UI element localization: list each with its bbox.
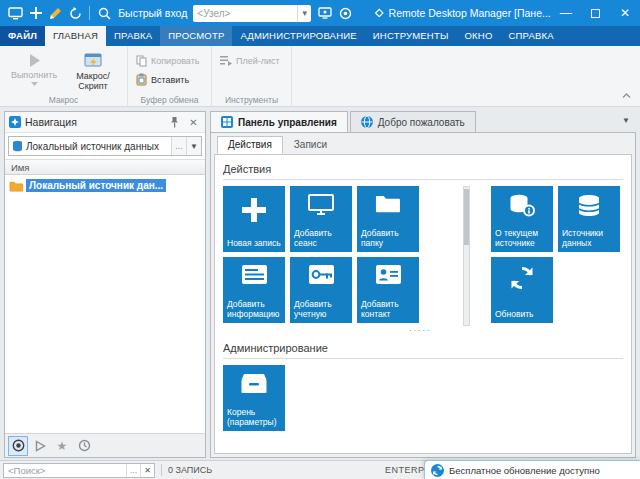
edit-pencil-icon[interactable]: [46, 3, 66, 23]
tile-data-sources[interactable]: Источники данных: [558, 186, 620, 252]
subtab-entries[interactable]: Записи: [283, 136, 338, 154]
tab-list-dropdown-icon[interactable]: ▼: [622, 116, 630, 125]
copy-button[interactable]: Копировать: [132, 52, 203, 69]
ribbon-collapse-icon[interactable]: [618, 88, 634, 102]
ribbon-group-tools: Плей-лист Инструменты: [212, 46, 292, 106]
quick-connect-label: Быстрый вход: [118, 7, 187, 19]
group-label-tools: Инструменты: [212, 95, 291, 105]
contact-card-icon: [357, 265, 419, 284]
dashboard-content: Действия Новая запись Добавить сеанс Доб…: [214, 154, 632, 454]
tree-item-local-datasource[interactable]: Локальный источник дан...: [5, 177, 205, 194]
open-session-icon[interactable]: [315, 3, 335, 23]
filter-input[interactable]: [4, 465, 126, 476]
connection-status-icon[interactable]: [335, 3, 355, 23]
ribbon-tab-bar: ФАЙЛ ГЛАВНАЯ ПРАВКА ПРОСМОТР АДМИНИСТРИР…: [0, 26, 640, 46]
database-stack-icon: [558, 194, 620, 217]
tab-welcome[interactable]: Добро пожаловать: [350, 111, 476, 132]
filter-options-button[interactable]: …: [126, 464, 140, 477]
tab-tools[interactable]: ИНСТРУМЕНТЫ: [365, 26, 457, 46]
titlebar: Быстрый вход ▼ Remote Desktop Manager [П…: [0, 0, 640, 26]
navigation-tree: Локальный источник дан...: [5, 175, 205, 433]
pin-icon[interactable]: [167, 115, 182, 130]
tree-column-header[interactable]: Имя: [5, 159, 205, 175]
tab-file[interactable]: ФАЙЛ: [0, 26, 45, 46]
tile-add-session[interactable]: Добавить сеанс: [290, 186, 352, 252]
run-icon: [27, 53, 42, 68]
update-icon: [431, 464, 444, 477]
add-entry-icon[interactable]: [26, 3, 46, 23]
paste-button[interactable]: Вставить: [132, 71, 193, 88]
favorites-star-icon[interactable]: ★: [52, 436, 72, 456]
search-icon[interactable]: [94, 3, 114, 23]
navigation-icon: [9, 116, 21, 128]
status-bar: … ✕ 0 ЗАПИСЬ ENTERPRISE Бесплатное обнов…: [0, 460, 640, 479]
tiles-scrollbar[interactable]: [463, 186, 470, 326]
tab-administration[interactable]: АДМИНИСТРИРОВАНИЕ: [232, 26, 364, 46]
rdm-logo-icon: [375, 8, 384, 18]
statusbar-separator: [161, 464, 162, 476]
sessions-play-icon[interactable]: [30, 436, 50, 456]
titlebar-separator: [89, 6, 90, 20]
navigation-footer-toolbar: ★: [5, 433, 205, 457]
information-card-icon: [223, 265, 285, 284]
quick-connect-combo: ▼: [193, 5, 311, 22]
group-label-macro: Макрос: [0, 95, 127, 105]
recent-history-icon[interactable]: [74, 436, 94, 456]
database-info-icon: [491, 194, 553, 217]
datasource-more-button[interactable]: …: [171, 137, 186, 155]
macro-script-button[interactable]: Макрос/Скрипт: [62, 50, 124, 92]
tab-dashboard[interactable]: Панель управления: [210, 111, 348, 132]
tab-home[interactable]: ГЛАВНАЯ: [45, 26, 106, 46]
tile-add-account[interactable]: Добавить учетную: [290, 257, 352, 323]
tiles-overflow-dots[interactable]: .....: [409, 323, 432, 333]
copy-icon: [136, 55, 147, 67]
close-button[interactable]: ✕: [610, 0, 640, 26]
maximize-button[interactable]: [581, 0, 611, 26]
group-label-clipboard: Буфер обмена: [128, 95, 211, 105]
navigation-panel: Навигация ✕ Локальный источник данных … …: [4, 111, 206, 458]
tile-add-information[interactable]: Добавить информацию: [223, 257, 285, 323]
window-title: Remote Desktop Manager [Пане...: [389, 7, 551, 19]
tab-help[interactable]: СПРАВКА: [501, 26, 562, 46]
tile-about-source[interactable]: О текущем источнике: [491, 186, 553, 252]
macro-script-icon: [84, 53, 102, 69]
run-button[interactable]: Выполнить: [6, 50, 62, 92]
all-entries-icon[interactable]: [8, 436, 28, 456]
node-input[interactable]: [193, 8, 297, 19]
monitor-icon: [290, 194, 352, 216]
admin-section: Администрирование Корень (параметры): [223, 340, 623, 435]
welcome-icon: [361, 116, 373, 128]
playlist-button[interactable]: Плей-лист: [216, 52, 284, 69]
minimize-button[interactable]: —: [551, 0, 581, 26]
close-panel-icon[interactable]: ✕: [186, 115, 201, 130]
dashboard-subtabs: Действия Записи: [217, 136, 338, 154]
tile-new-entry[interactable]: Новая запись: [223, 186, 285, 252]
tile-add-contact[interactable]: Добавить контакт: [357, 257, 419, 323]
actions-tiles: Новая запись Добавить сеанс Добавить пап…: [223, 186, 623, 336]
refresh-icon[interactable]: [66, 3, 86, 23]
tile-refresh[interactable]: Обновить: [491, 257, 553, 323]
section-actions-header: Действия: [223, 161, 623, 180]
ribbon-group-macro: Выполнить Макрос/Скрипт Макрос: [0, 46, 128, 106]
subtab-actions[interactable]: Действия: [217, 136, 283, 154]
app-icon: [6, 3, 26, 23]
tab-edit[interactable]: ПРАВКА: [106, 26, 160, 46]
paste-icon: [136, 73, 147, 86]
datasource-selector[interactable]: Локальный источник данных … ▼: [8, 136, 202, 156]
folder-add-icon: [357, 194, 419, 214]
filter-box: … ✕: [3, 463, 155, 478]
tab-window[interactable]: ОКНО: [457, 26, 501, 46]
tab-view[interactable]: ПРОСМОТР: [160, 26, 232, 46]
scrollbar-thumb[interactable]: [464, 189, 469, 245]
root-drawer-icon: [223, 373, 285, 394]
datasource-dropdown-icon[interactable]: ▼: [186, 137, 201, 155]
tree-item-label: Локальный источник дан...: [26, 179, 166, 192]
entry-count: 0 ЗАПИСЬ: [168, 465, 212, 475]
tile-add-folder[interactable]: Добавить папку: [357, 186, 419, 252]
node-dropdown-icon[interactable]: ▼: [297, 5, 311, 22]
playlist-icon: [220, 55, 232, 66]
notification-toast[interactable]: Бесплатное обновление доступно: [424, 460, 640, 479]
document-tab-strip: Панель управления Добро пожаловать ▼: [210, 111, 636, 132]
filter-clear-icon[interactable]: ✕: [140, 464, 154, 477]
tile-root-settings[interactable]: Корень (параметры): [223, 365, 285, 431]
